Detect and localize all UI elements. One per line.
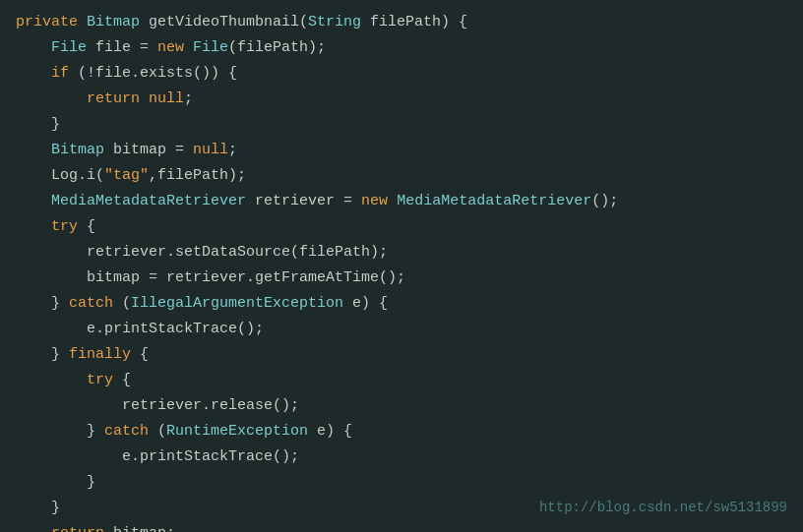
- code-line-12: } catch (IllegalArgumentException e) {: [16, 291, 787, 317]
- code-line-17: } catch (RuntimeException e) {: [16, 419, 787, 444]
- code-line-13: e.printStackTrace();: [16, 317, 787, 342]
- code-line-11: bitmap = retriever.getFrameAtTime();: [16, 266, 787, 291]
- code-line-18: e.printStackTrace();: [16, 444, 787, 470]
- code-line-21: return bitmap;: [16, 521, 787, 532]
- code-line-4: return null;: [16, 87, 787, 112]
- code-line-14: } finally {: [16, 342, 787, 368]
- code-line-15: try {: [16, 368, 787, 393]
- code-line-1: private Bitmap getVideoThumbnail(String …: [16, 10, 787, 35]
- code-line-9: try {: [16, 214, 787, 240]
- code-line-16: retriever.release();: [16, 393, 787, 419]
- code-line-10: retriever.setDataSource(filePath);: [16, 240, 787, 266]
- code-line-2: File file = new File(filePath);: [16, 35, 787, 61]
- code-line-5: }: [16, 112, 787, 138]
- code-line-6: Bitmap bitmap = null;: [16, 138, 787, 163]
- code-line-3: if (!file.exists()) {: [16, 61, 787, 87]
- code-block: private Bitmap getVideoThumbnail(String …: [0, 0, 803, 532]
- footer-url: http://blog.csdn.net/sw5131899: [539, 495, 787, 520]
- code-line-7: Log.i("tag",filePath);: [16, 163, 787, 189]
- code-line-19: }: [16, 470, 787, 496]
- code-line-8: MediaMetadataRetriever retriever = new M…: [16, 189, 787, 214]
